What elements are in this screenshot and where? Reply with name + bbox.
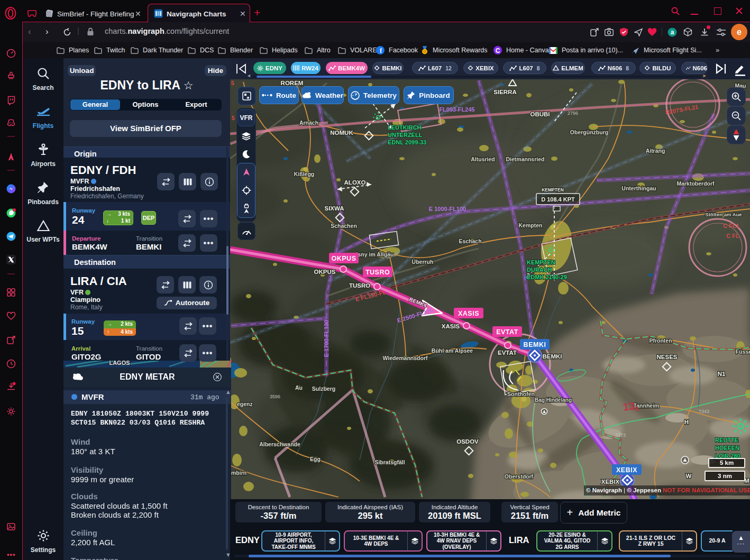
svg-text:OKPUS: OKPUS [314, 269, 336, 275]
svg-text:Isny im Allgäu: Isny im Allgäu [356, 251, 394, 258]
svg-text:DURACH: DURACH [527, 267, 552, 273]
svg-text:Sulzberg: Sulzberg [312, 385, 335, 392]
svg-text:OSDOV: OSDOV [456, 438, 479, 445]
svg-text:ROREM: ROREM [281, 80, 304, 86]
svg-text:NESES: NESES [657, 354, 678, 360]
svg-text:LEUTKIRCH: LEUTKIRCH [388, 124, 422, 131]
svg-text:XEBIX: XEBIX [601, 479, 620, 485]
svg-text:OKPUS: OKPUS [332, 255, 356, 262]
svg-text:Marktoberdorf: Marktoberdorf [676, 180, 715, 187]
svg-text:TUSRO: TUSRO [365, 269, 390, 276]
svg-text:Wiedemannsdorf: Wiedemannsdorf [382, 355, 428, 361]
svg-text:Unterthingau: Unterthingau [621, 185, 656, 191]
svg-text:Alberschwande: Alberschwande [259, 441, 300, 447]
svg-text:a: a [671, 29, 674, 36]
svg-text:Kempten: Kempten [519, 222, 543, 228]
svg-text:Altusried: Altusried [471, 156, 495, 162]
svg-text:NOMUK: NOMUK [330, 130, 353, 136]
svg-text:EVTAT: EVTAT [498, 350, 517, 356]
svg-text:C FL: C FL [727, 233, 740, 239]
svg-text:Aitrang: Aitrang [646, 148, 665, 154]
svg-text:Arnach: Arnach [299, 120, 318, 126]
svg-text:C FL1: C FL1 [723, 223, 739, 229]
svg-text:Bühl am Alpsee: Bühl am Alpsee [432, 347, 473, 354]
svg-text:Füsse: Füsse [736, 348, 750, 355]
svg-text:2796: 2796 [568, 111, 578, 116]
svg-text:Obergünzburg: Obergünzburg [570, 129, 608, 135]
svg-text:Dietmannsried: Dietmannsried [506, 156, 545, 162]
svg-text:KEMPTEN: KEMPTEN [542, 187, 564, 192]
svg-text:EVTAT: EVTAT [496, 328, 518, 336]
svg-text:Überruh: Überruh [412, 259, 434, 265]
svg-text:EDNL 2099-33: EDNL 2099-33 [388, 139, 426, 145]
svg-text:UNTERZELL: UNTERZELL [388, 132, 423, 138]
svg-text:Eschach: Eschach [459, 238, 481, 244]
svg-text:REUTTE: REUTTE [715, 437, 738, 443]
svg-text:Kißlegg: Kißlegg [294, 171, 315, 177]
svg-text:OBUBI: OBUBI [530, 111, 550, 117]
svg-text:XASIS: XASIS [442, 323, 460, 329]
svg-text:N1: N1 [718, 371, 726, 377]
svg-text:3596: 3596 [270, 394, 280, 399]
svg-text:7373: 7373 [615, 433, 626, 438]
svg-text:E 1700-FL130: E 1700-FL130 [323, 320, 330, 357]
svg-text:5: 5 [232, 115, 235, 121]
svg-text:mbirn: mbirn [231, 470, 246, 476]
svg-text:Bag Hindelang: Bag Hindelang [535, 397, 572, 403]
svg-text:5: 5 [231, 80, 234, 86]
svg-text:Pfronten: Pfronten [649, 337, 672, 344]
svg-text:C: C [496, 47, 500, 54]
svg-text:TUSRO: TUSRO [349, 282, 370, 289]
svg-text:W: W [686, 473, 692, 479]
svg-text:H: H [684, 419, 689, 425]
svg-text:SIXWA: SIXWA [324, 205, 344, 212]
svg-text:Sonthofen: Sonthofen [507, 391, 535, 397]
svg-text:BEMKI: BEMKI [542, 353, 562, 360]
svg-text:ALOXO: ALOXO [344, 179, 366, 186]
svg-text:SIERRA: SIERRA [493, 89, 516, 95]
svg-text:KEMPTEN: KEMPTEN [527, 259, 555, 265]
svg-text:XASIS: XASIS [458, 310, 479, 317]
svg-text:Au: Au [295, 384, 303, 391]
svg-text:7343: 7343 [699, 409, 709, 414]
svg-text:Sibratsgfäll: Sibratsgfäll [374, 459, 405, 465]
svg-text:E 1000-FL100: E 1000-FL100 [429, 206, 466, 212]
svg-text:BEMKI: BEMKI [524, 341, 546, 348]
svg-text:egenz: egenz [237, 401, 253, 407]
svg-text:Egg: Egg [310, 456, 321, 462]
svg-text:FL093-FL245: FL093-FL245 [439, 106, 474, 113]
svg-text:EDMK 2140-29: EDMK 2140-29 [527, 274, 567, 280]
svg-text:Stötten am Aue: Stötten am Aue [705, 212, 742, 217]
svg-text:HOEFEN: HOEFEN [715, 445, 739, 451]
svg-text:XEBIX: XEBIX [616, 466, 637, 474]
svg-text:Schachen: Schachen [331, 223, 357, 229]
svg-text:D 108.4 KPT: D 108.4 KPT [541, 196, 575, 203]
svg-text:Oberstdorf: Oberstdorf [505, 473, 534, 480]
